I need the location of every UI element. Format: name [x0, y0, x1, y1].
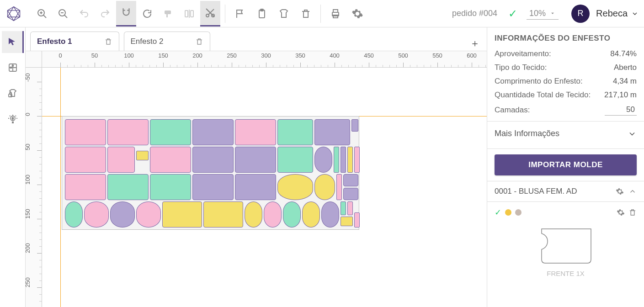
pattern-piece[interactable] [84, 201, 109, 228]
flag-button[interactable] [230, 1, 250, 26]
pattern-piece[interactable] [321, 201, 339, 228]
pattern-piece[interactable] [354, 212, 360, 228]
svg-rect-13 [191, 11, 193, 17]
pattern-piece[interactable] [235, 174, 276, 200]
print-button[interactable] [325, 1, 346, 26]
pattern-piece[interactable] [341, 147, 346, 173]
info-label: Comprimento do Enfesto: [495, 77, 583, 86]
pattern-piece[interactable] [150, 147, 191, 173]
pattern-piece[interactable] [65, 201, 83, 228]
pattern-piece[interactable] [192, 147, 234, 173]
layers-input[interactable] [605, 104, 637, 116]
pattern-piece[interactable] [354, 147, 360, 173]
zoom-select[interactable]: 10% [527, 8, 559, 20]
pattern-piece[interactable] [107, 147, 135, 173]
tab-label: Enfesto 2 [131, 37, 164, 46]
refresh-button[interactable] [137, 1, 157, 26]
pattern-piece[interactable] [235, 147, 276, 173]
pattern-piece[interactable] [314, 147, 332, 173]
canvas-area: Enfesto 1 Enfesto 2 ＋ 050100150200250300… [26, 27, 487, 307]
pattern-piece[interactable] [264, 201, 282, 228]
more-info-toggle[interactable]: Mais Informações [495, 127, 637, 143]
tab-enfesto-1[interactable]: Enfesto 1 [30, 32, 119, 51]
pattern-piece[interactable] [65, 174, 106, 200]
pattern-piece[interactable] [235, 119, 276, 145]
info-label: Quantidade Total de Tecido: [495, 90, 591, 100]
pattern-piece[interactable] [110, 201, 135, 228]
pattern-piece[interactable] [245, 201, 262, 228]
pattern-piece[interactable] [150, 119, 191, 145]
app-logo [5, 5, 22, 22]
trash-icon[interactable] [628, 208, 637, 217]
svg-rect-29 [9, 94, 12, 97]
pattern-piece[interactable] [302, 201, 320, 228]
trash-icon[interactable] [104, 37, 112, 46]
separator [225, 5, 225, 23]
marker-board[interactable] [62, 116, 359, 230]
pattern-piece[interactable] [347, 147, 353, 173]
pattern-piece[interactable] [65, 147, 106, 173]
pattern-piece[interactable] [277, 174, 313, 200]
pattern-piece[interactable] [203, 201, 243, 228]
puzzle-tool[interactable] [2, 57, 24, 79]
ruler-horizontal[interactable]: 050100150200250300350400450500550600 [42, 51, 487, 68]
pattern-piece[interactable] [192, 119, 234, 145]
paint-button[interactable] [158, 1, 178, 26]
pattern-piece[interactable] [343, 188, 358, 200]
settings-button[interactable] [347, 1, 367, 26]
pattern-piece[interactable] [314, 119, 350, 145]
avatar[interactable]: R [571, 5, 590, 23]
gear-icon[interactable] [617, 208, 625, 217]
pattern-piece[interactable] [107, 119, 149, 145]
pointer-tool[interactable] [2, 31, 24, 53]
pattern-piece[interactable] [314, 174, 335, 200]
pattern-piece[interactable] [347, 201, 353, 215]
pattern-piece[interactable] [192, 174, 234, 200]
pattern-piece[interactable] [277, 147, 313, 173]
idea-tool[interactable]: $ [2, 108, 24, 130]
left-toolbar: $ [0, 27, 26, 307]
canvas[interactable] [42, 68, 487, 307]
molde-header[interactable]: 0001 - BLUSA FEM. AD [495, 187, 637, 196]
pattern-piece[interactable] [341, 201, 346, 215]
cut-disabled-button[interactable] [200, 1, 220, 26]
color-dot-grey[interactable] [515, 209, 522, 216]
shirt-button[interactable] [274, 1, 294, 26]
import-molde-button[interactable]: IMPORTAR MOLDE [495, 154, 637, 175]
clipboard-button[interactable] [252, 1, 272, 26]
pattern-piece[interactable] [277, 119, 313, 145]
pattern-piece[interactable] [343, 174, 358, 186]
pattern-piece[interactable] [150, 174, 191, 200]
chevron-up-icon[interactable] [628, 187, 637, 196]
lock-shirt-tool[interactable] [2, 82, 24, 104]
zoom-in-button[interactable] [32, 1, 52, 26]
zoom-out-button[interactable] [53, 1, 73, 26]
add-tab-button[interactable]: ＋ [468, 36, 482, 51]
piece-outline [536, 222, 596, 268]
pattern-piece[interactable] [136, 201, 161, 228]
mirror-button[interactable] [179, 1, 199, 26]
pattern-piece[interactable] [162, 201, 202, 228]
pattern-piece[interactable] [334, 147, 339, 173]
magnet-button[interactable] [116, 1, 136, 26]
pattern-piece[interactable] [283, 201, 301, 228]
trash-icon[interactable] [195, 37, 203, 46]
user-menu[interactable]: Rebeca [596, 8, 639, 19]
svg-line-6 [64, 15, 67, 18]
pattern-piece[interactable] [336, 174, 342, 200]
pattern-piece[interactable] [107, 174, 149, 200]
delete-button[interactable] [296, 1, 316, 26]
pattern-piece[interactable] [65, 119, 106, 145]
pattern-piece[interactable] [341, 217, 353, 226]
gear-icon[interactable] [616, 187, 624, 196]
ruler-vertical[interactable]: -50050100150200250 [26, 68, 42, 307]
redo-button[interactable] [95, 1, 115, 26]
undo-button[interactable] [74, 1, 94, 26]
tabs-row: Enfesto 1 Enfesto 2 ＋ [26, 27, 487, 51]
color-dot-yellow[interactable] [505, 209, 511, 216]
pattern-piece[interactable] [136, 151, 149, 160]
status-check-icon: ✓ [508, 7, 517, 20]
chevron-down-icon [631, 10, 639, 17]
pattern-piece[interactable] [351, 119, 358, 132]
tab-enfesto-2[interactable]: Enfesto 2 [124, 32, 211, 51]
